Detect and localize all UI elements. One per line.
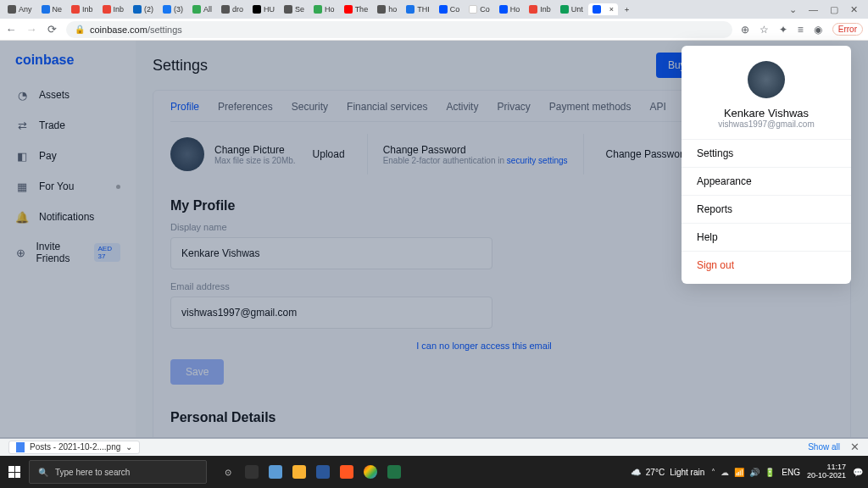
reload-icon[interactable]: ⟳	[46, 23, 58, 36]
tab-privacy[interactable]: Privacy	[497, 101, 530, 113]
sidebar-item-pay[interactable]: ◧Pay	[8, 141, 127, 171]
sidebar-item-invite[interactable]: ⊕Invite FriendsAED 37	[8, 232, 127, 273]
sidebar-item-trade[interactable]: ⇄Trade	[8, 110, 127, 141]
cloud-icon[interactable]: ☁	[721, 468, 729, 477]
bookmark-icon[interactable]: ☆	[760, 24, 769, 36]
change-picture-title: Change Picture	[214, 144, 296, 156]
taskbar-app[interactable]	[312, 456, 334, 488]
show-all-link[interactable]: Show all	[808, 442, 840, 452]
taskbar: 🔍Type here to search ⊙ ☁️ 27°C Light rai…	[0, 456, 868, 488]
download-item[interactable]: Posts - 2021-10-2....png ⌄	[8, 441, 140, 454]
tray-icons[interactable]: ˄ ☁ 📶 🔊 🔋	[711, 468, 775, 477]
dropdown-appearance[interactable]: Appearance	[682, 167, 851, 195]
tab-payment[interactable]: Payment methods	[549, 101, 632, 113]
browser-tab[interactable]: Ho	[309, 3, 339, 15]
change-picture-sub: Max file size is 20Mb.	[214, 156, 296, 165]
taskbar-app[interactable]	[241, 456, 263, 488]
profile-icon[interactable]: ◉	[814, 24, 822, 36]
sidebar-item-foryou[interactable]: ▦For You	[8, 171, 127, 202]
browser-tab[interactable]: Ho	[495, 3, 525, 15]
tab-activity[interactable]: Activity	[446, 101, 478, 113]
browser-tab-strip: Any Ne Inb Inb (2) (3) All dro HU Se Ho …	[0, 0, 868, 19]
start-button[interactable]	[0, 456, 29, 488]
battery-icon[interactable]: 🔋	[765, 468, 775, 477]
dropdown-avatar	[748, 61, 785, 98]
tab-financial[interactable]: Financial services	[347, 101, 427, 113]
extensions-icon[interactable]: ✦	[779, 24, 787, 36]
pie-icon: ◔	[15, 88, 29, 102]
grid-icon: ▦	[15, 180, 29, 193]
browser-tab[interactable]: ho	[373, 3, 401, 15]
maximize-icon[interactable]: ▢	[830, 4, 838, 15]
taskbar-app[interactable]	[383, 456, 405, 488]
wifi-icon[interactable]: 📶	[734, 468, 744, 477]
tab-api[interactable]: API	[650, 101, 666, 113]
browser-tab[interactable]: Unt	[556, 3, 587, 15]
weather-icon: ☁️	[631, 468, 641, 477]
error-badge[interactable]: Error	[832, 23, 863, 36]
browser-tab[interactable]: Inb	[98, 3, 129, 15]
browser-tab[interactable]: Any	[3, 3, 36, 15]
browser-tab[interactable]: (3)	[159, 3, 187, 15]
dropdown-email: vishwas1997@gmail.com	[682, 119, 851, 129]
url-input[interactable]: 🔒 coinbase.com/settings	[66, 21, 732, 38]
logo[interactable]: coinbase	[8, 53, 127, 80]
email-input[interactable]	[170, 297, 492, 329]
taskbar-app[interactable]	[264, 456, 287, 488]
dropdown-help[interactable]: Help	[682, 223, 851, 251]
speaker-icon[interactable]: 🔊	[749, 468, 760, 477]
browser-tab[interactable]: (2)	[129, 3, 158, 15]
install-icon[interactable]: ⊕	[741, 24, 749, 36]
browser-tab[interactable]: Ne	[37, 3, 67, 15]
security-settings-link[interactable]: security settings	[507, 156, 568, 165]
chevron-down-icon[interactable]: ⌄	[789, 4, 797, 15]
back-icon[interactable]: ←	[5, 23, 17, 36]
no-access-link[interactable]: I can no longer access this email	[323, 341, 645, 351]
minimize-icon[interactable]: —	[809, 4, 818, 15]
browser-tab[interactable]: Co	[465, 3, 494, 15]
sidebar-item-assets[interactable]: ◔Assets	[8, 80, 127, 110]
upload-button[interactable]: Upload	[306, 148, 352, 160]
browser-tab-active[interactable]: ×	[588, 3, 618, 15]
browser-tab[interactable]: HU	[248, 3, 279, 15]
tab-profile[interactable]: Profile	[170, 101, 199, 113]
dropdown-settings[interactable]: Settings	[682, 139, 851, 167]
menu-icon[interactable]: ≡	[798, 24, 804, 36]
browser-tab[interactable]: The	[340, 3, 373, 15]
forward-icon[interactable]: →	[25, 23, 37, 36]
taskbar-app[interactable]	[359, 456, 381, 488]
invite-icon: ⊕	[15, 246, 25, 259]
close-downloads-icon[interactable]: ✕	[850, 441, 860, 453]
browser-tab[interactable]: THI	[402, 3, 434, 15]
taskbar-app[interactable]	[336, 456, 358, 488]
sidebar-item-notifications[interactable]: 🔔Notifications	[8, 202, 127, 232]
language-indicator[interactable]: ENG	[782, 468, 800, 477]
notification-dot-icon	[116, 185, 120, 189]
browser-tab[interactable]: Inb	[525, 3, 555, 15]
tab-security[interactable]: Security	[292, 101, 328, 113]
chevron-up-icon[interactable]: ˄	[711, 468, 715, 477]
tab-preferences[interactable]: Preferences	[218, 101, 273, 113]
taskbar-search[interactable]: 🔍Type here to search	[29, 460, 207, 484]
clock[interactable]: 11:17 20-10-2021	[807, 463, 846, 480]
close-icon[interactable]: ✕	[850, 4, 858, 15]
change-password-title: Change Password	[383, 144, 568, 156]
browser-tab[interactable]: Inb	[67, 3, 97, 15]
taskbar-app[interactable]	[288, 456, 310, 488]
page-title: Settings	[153, 57, 208, 75]
lock-icon: 🔒	[75, 25, 85, 34]
task-view-icon[interactable]: ⊙	[217, 456, 239, 488]
notifications-icon[interactable]: 💬	[853, 468, 863, 477]
dropdown-signout[interactable]: Sign out	[682, 251, 851, 279]
display-name-input[interactable]	[170, 237, 492, 269]
save-button[interactable]: Save	[170, 359, 224, 385]
new-tab-button[interactable]: ＋	[619, 3, 635, 17]
weather-text: Light rain	[670, 468, 704, 477]
browser-tab[interactable]: Co	[435, 3, 465, 15]
dropdown-reports[interactable]: Reports	[682, 195, 851, 223]
browser-tab[interactable]: Se	[280, 3, 309, 15]
profile-picture	[170, 137, 204, 171]
weather-widget[interactable]: ☁️ 27°C Light rain	[631, 468, 704, 477]
browser-tab[interactable]: dro	[217, 3, 248, 15]
browser-tab[interactable]: All	[188, 3, 216, 15]
